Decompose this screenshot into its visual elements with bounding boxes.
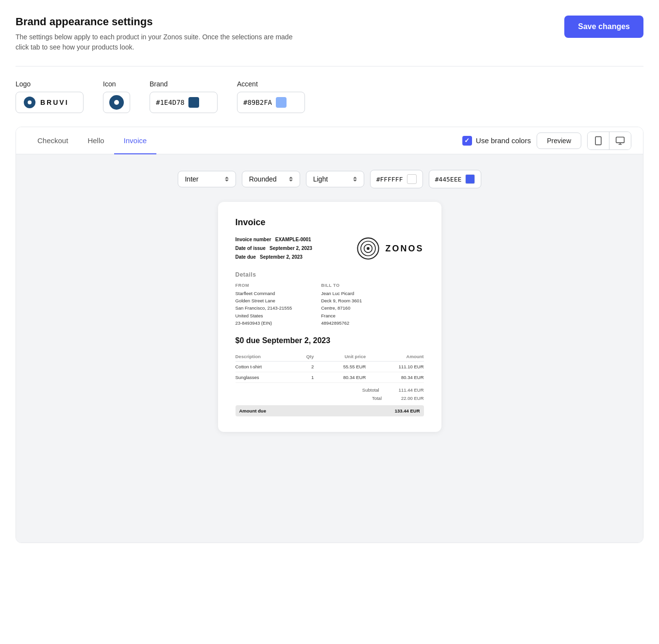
invoice-issue-value: September 2, 2023	[270, 246, 312, 251]
svg-rect-0	[595, 136, 601, 145]
theme-select-arrow	[353, 177, 357, 182]
brand-color-label: Brand	[150, 80, 218, 88]
invoice-due-value: September 2, 2023	[260, 254, 303, 260]
col-qty: Qty	[296, 352, 314, 362]
bill-name: Jean Luc Picard	[321, 291, 354, 296]
from-ein: 23-8493943 (EIN)	[236, 320, 272, 326]
table-row: Cotton t-shirt 2 55.55 EUR 111.10 EUR	[236, 361, 424, 372]
tabs-container: Checkout Hello Invoice Use brand colors …	[16, 127, 643, 543]
row2-qty: 1	[296, 372, 314, 382]
bill-to-label: BILL TO	[321, 283, 362, 288]
tab-checkout[interactable]: Checkout	[28, 128, 78, 154]
invoice-due-label: Date due	[236, 254, 256, 260]
col-amount: Amount	[366, 352, 423, 362]
tabs-nav: Checkout Hello Invoice	[28, 127, 156, 154]
invoice-meta-left: Invoice number EXAMPLE-0001 Date of issu…	[236, 235, 312, 262]
bill-to-address: BILL TO Jean Luc Picard Deck 9, Room 360…	[321, 283, 362, 327]
invoice-totals: Subtotal 111.44 EUR Total 22.00 EUR Amou…	[236, 386, 424, 416]
from-label: FROM	[236, 283, 292, 288]
logo-field: Logo BRUVI	[16, 80, 84, 113]
brand-color-picker[interactable]: #1E4D78	[150, 92, 218, 113]
row1-qty: 2	[296, 361, 314, 372]
row1-desc: Cotton t-shirt	[236, 361, 296, 372]
border-style-select[interactable]: Rounded	[242, 171, 300, 187]
page-title: Brand appearance settings	[16, 16, 307, 28]
col-unit-price: Unit price	[314, 352, 366, 362]
bg-color-value: #FFFFFF	[376, 176, 403, 183]
bill-city: Centre, 87160	[321, 305, 350, 311]
bg-color-swatch	[407, 174, 417, 184]
page-description: The settings below apply to each product…	[16, 32, 307, 52]
total-row: Total 22.00 EUR	[236, 394, 424, 402]
accent-color-picker[interactable]: #89B2FA	[237, 92, 305, 113]
brand-section: Logo BRUVI Icon Brand #1E4D78 Accent #89…	[16, 80, 643, 113]
icon-preview[interactable]	[103, 92, 130, 113]
row2-unit: 80.34 EUR	[314, 372, 366, 382]
invoice-due-amount: $0 due September 2, 2023	[236, 336, 424, 345]
tabs-controls: Use brand colors Preview	[462, 132, 631, 150]
use-brand-colors-checkbox[interactable]	[462, 136, 472, 146]
icon-field: Icon	[103, 80, 130, 113]
bill-phone: 48942895762	[321, 320, 349, 326]
border-style-value: Rounded	[249, 175, 277, 183]
save-changes-button[interactable]: Save changes	[564, 16, 643, 38]
tab-hello[interactable]: Hello	[78, 128, 114, 154]
invoice-title: Invoice	[236, 217, 424, 228]
invoice-addresses: FROM Starfleet Command Golden Street Lan…	[236, 283, 424, 327]
theme-select[interactable]: Light	[306, 171, 364, 187]
accent-color-field: Accent #89B2FA	[237, 80, 305, 113]
section-divider	[16, 66, 643, 66]
invoice-meta: Invoice number EXAMPLE-0001 Date of issu…	[236, 235, 424, 262]
desktop-view-button[interactable]	[609, 132, 631, 149]
bg-color-picker[interactable]: #FFFFFF	[370, 170, 423, 188]
subtotal-value: 111.44 EUR	[399, 387, 424, 393]
amount-due-row: Amount due 133.44 EUR	[236, 405, 424, 416]
header-left: Brand appearance settings The settings b…	[16, 16, 307, 52]
logo-preview[interactable]: BRUVI	[16, 92, 84, 113]
brand-color-swatch	[188, 97, 199, 108]
from-city: San Francisco, 2143-21555	[236, 305, 292, 311]
accent-color-swatch	[276, 97, 287, 108]
svg-point-8	[367, 247, 370, 250]
font-select-arrow	[225, 177, 229, 182]
icon-label: Icon	[103, 80, 130, 88]
bill-country: France	[321, 313, 336, 318]
logo-icon-circle	[24, 97, 35, 108]
icon-circle	[109, 95, 124, 110]
invoice-logo-area: ZONOS	[356, 235, 423, 262]
total-value: 22.00 EUR	[401, 396, 423, 401]
theme-value: Light	[313, 175, 328, 183]
invoice-details-title: Details	[236, 271, 424, 278]
row1-amount: 111.10 EUR	[366, 361, 423, 372]
font-select[interactable]: Inter	[178, 171, 236, 187]
use-brand-colors-label: Use brand colors	[476, 136, 531, 145]
text-color-swatch	[465, 174, 475, 184]
amount-due-value: 133.44 EUR	[395, 408, 420, 413]
brand-color-field: Brand #1E4D78	[150, 80, 218, 113]
preview-area: Inter Rounded Light #FFFFF	[16, 154, 643, 543]
invoice-number-label: Invoice number	[236, 237, 271, 242]
svg-rect-2	[616, 137, 625, 143]
use-brand-colors-toggle[interactable]: Use brand colors	[462, 136, 531, 146]
tablet-view-button[interactable]	[588, 132, 609, 149]
from-name: Starfleet Command	[236, 291, 275, 296]
table-row: Sunglasses 1 80.34 EUR 80.34 EUR	[236, 372, 424, 382]
tab-invoice[interactable]: Invoice	[114, 128, 157, 154]
invoice-number-row: Invoice number EXAMPLE-0001	[236, 235, 312, 244]
subtotal-label: Subtotal	[362, 387, 379, 393]
text-color-picker[interactable]: #445EEE	[429, 170, 482, 188]
col-description: Description	[236, 352, 296, 362]
tabs-header: Checkout Hello Invoice Use brand colors …	[16, 127, 643, 154]
invoice-issue-row: Date of issue September 2, 2023	[236, 244, 312, 253]
preview-button[interactable]: Preview	[537, 132, 581, 149]
page-header: Brand appearance settings The settings b…	[16, 16, 643, 52]
accent-color-value: #89B2FA	[243, 99, 272, 106]
logo-circle-inner	[28, 100, 32, 104]
logo-text: BRUVI	[40, 99, 69, 106]
brand-color-value: #1E4D78	[156, 99, 185, 106]
bill-street: Deck 9, Room 3601	[321, 298, 362, 303]
invoice-due-row: Date due September 2, 2023	[236, 253, 312, 262]
logo-label: Logo	[16, 80, 84, 88]
row2-desc: Sunglasses	[236, 372, 296, 382]
amount-due-label: Amount due	[239, 408, 266, 413]
